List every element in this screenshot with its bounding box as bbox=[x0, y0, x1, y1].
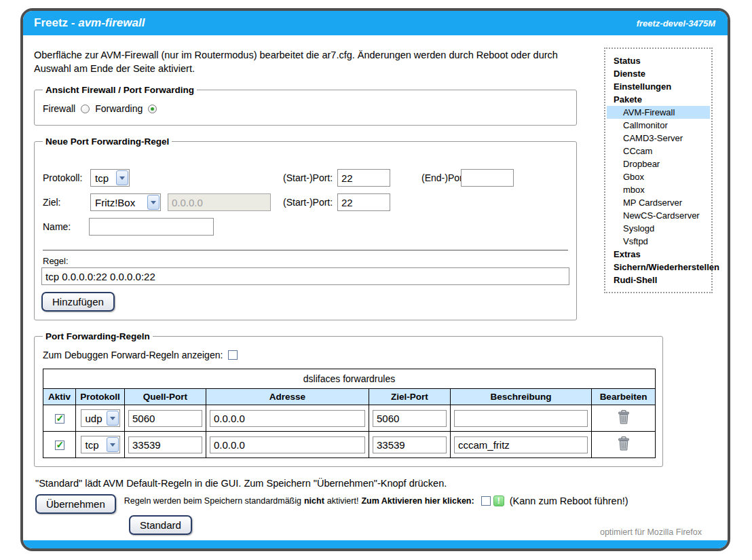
row-protokoll-select[interactable]: tcp bbox=[81, 436, 120, 453]
page-title: Freetz - avm-firewall bbox=[34, 16, 145, 30]
ziel-port-input[interactable] bbox=[337, 193, 390, 211]
sidebar-item-callmonitor[interactable]: Callmonitor bbox=[607, 119, 710, 132]
sidebar-item-dienste[interactable]: Dienste bbox=[607, 67, 710, 80]
debug-checkbox[interactable] bbox=[228, 350, 238, 360]
row-protokoll-value: tcp bbox=[86, 439, 99, 451]
activate-bold-klicken: Zum Aktivieren hier klicken: bbox=[361, 496, 474, 506]
ziel-row: Ziel: Fritz!Box (Start-)Port: bbox=[41, 190, 569, 214]
ziel-label: Ziel: bbox=[43, 197, 60, 208]
adresse-input[interactable] bbox=[210, 410, 365, 427]
page-name: avm-firewall bbox=[78, 16, 145, 29]
chevron-down-icon[interactable] bbox=[107, 437, 119, 452]
beschreibung-input[interactable] bbox=[454, 436, 588, 453]
aktiv-cell bbox=[43, 432, 76, 458]
delete-rule-button[interactable] bbox=[617, 436, 631, 451]
delete-rule-button[interactable] bbox=[617, 409, 631, 424]
aktiv-cell bbox=[43, 405, 76, 432]
sidebar-item-gbox[interactable]: Gbox bbox=[607, 170, 710, 183]
standard-hint: "Standard" lädt AVM Default-Regeln in di… bbox=[35, 478, 728, 489]
chevron-down-icon[interactable] bbox=[116, 170, 128, 185]
protokoll-select-value: tcp bbox=[95, 172, 109, 184]
regel-input[interactable] bbox=[41, 267, 569, 285]
aktiv-checkbox[interactable] bbox=[55, 414, 64, 424]
standard-button[interactable]: Standard bbox=[129, 515, 192, 535]
sidebar-item-camd3-server[interactable]: CAMD3-Server bbox=[607, 132, 710, 145]
sidebar-item-status[interactable]: Status bbox=[607, 54, 710, 67]
ziel-ip-input bbox=[168, 193, 271, 211]
adresse-input[interactable] bbox=[210, 436, 365, 453]
sidebar-item-cccam[interactable]: CCcam bbox=[607, 145, 710, 157]
beschreibung-input[interactable] bbox=[454, 410, 588, 427]
sidebar-item-mbox[interactable]: mbox bbox=[607, 183, 710, 196]
debug-row: Zum Debuggen Forward-Regeln anzeigen: bbox=[43, 350, 654, 360]
start-port-input[interactable] bbox=[337, 169, 390, 187]
exclamation-icon[interactable]: ! bbox=[493, 496, 504, 506]
activate-checkbox[interactable] bbox=[481, 496, 491, 506]
sidebar-item-avm-firewall[interactable]: AVM-Firewall bbox=[607, 106, 710, 119]
aktiv-checkbox[interactable] bbox=[55, 441, 64, 450]
firmware-version: freetz-devel-3475M bbox=[637, 18, 715, 29]
chevron-down-icon[interactable] bbox=[107, 411, 119, 426]
hinzufuegen-button[interactable]: Hinzufügen bbox=[41, 292, 115, 312]
name-label: Name: bbox=[43, 221, 71, 232]
col-header-bearbeiten: Bearbeiten bbox=[592, 389, 656, 405]
regel-label: Regel: bbox=[43, 256, 569, 266]
firewall-radio[interactable] bbox=[81, 105, 90, 113]
activate-text-1: Regeln werden beim Speichern standardmäß… bbox=[124, 496, 301, 506]
sidebar-item-rudi-shell[interactable]: Rudi-Shell bbox=[607, 274, 710, 286]
activate-text-2: aktiviert! bbox=[327, 496, 359, 506]
col-header-protokoll: Protokoll bbox=[76, 389, 125, 405]
sidebar-item-vsftpd[interactable]: Vsftpd bbox=[607, 235, 710, 248]
browser-note: optimiert für Mozilla Firefox bbox=[600, 527, 702, 537]
ziel-port-cell bbox=[369, 432, 451, 458]
adresse-cell bbox=[206, 432, 369, 458]
protokoll-row: Protokoll: tcp (Start-)Port: (End-)Port: bbox=[41, 166, 569, 190]
bearbeiten-cell bbox=[592, 432, 656, 458]
apply-row: Übernehmen Regeln werden beim Speichern … bbox=[35, 494, 728, 514]
ziel-port-cell bbox=[369, 405, 451, 432]
row-protokoll-value: udp bbox=[86, 413, 102, 424]
sidebar-item-newcs-cardserver[interactable]: NewCS-Cardserver bbox=[607, 209, 710, 222]
col-header-quell-port: Quell-Port bbox=[125, 389, 206, 405]
forwarding-rules-table: dslifaces forwardrules Aktiv Protokoll Q… bbox=[43, 369, 656, 458]
footer-bar bbox=[23, 540, 728, 548]
sidebar-item-syslogd[interactable]: Syslogd bbox=[607, 222, 710, 235]
quell-port-input[interactable] bbox=[128, 436, 202, 453]
new-rule-legend: Neue Port Forwarding-Regel bbox=[43, 136, 172, 147]
uebernehmen-button[interactable]: Übernehmen bbox=[35, 494, 116, 514]
name-input[interactable] bbox=[89, 218, 214, 236]
adresse-cell bbox=[206, 405, 369, 432]
col-header-ziel-port: Ziel-Port bbox=[369, 389, 451, 405]
header-bar: Freetz - avm-firewall freetz-devel-3475M bbox=[23, 11, 728, 35]
sidebar-item-einstellungen[interactable]: Einstellungen bbox=[607, 80, 710, 93]
ziel-port-input[interactable] bbox=[373, 436, 447, 453]
trash-icon bbox=[617, 436, 631, 451]
page-frame: Freetz - avm-firewall freetz-devel-3475M… bbox=[20, 8, 730, 551]
table-header-row: Aktiv Protokoll Quell-Port Adresse Ziel-… bbox=[43, 389, 656, 405]
quell-port-cell bbox=[125, 405, 206, 432]
ziel-select[interactable]: Fritz!Box bbox=[90, 193, 161, 211]
ziel-port-label: (Start-)Port: bbox=[283, 197, 333, 208]
beschreibung-cell bbox=[451, 432, 592, 458]
sidebar-item-dropbear[interactable]: Dropbear bbox=[607, 157, 710, 170]
sidebar-item-sichern[interactable]: Sichern/Wiederherstellen bbox=[607, 261, 710, 274]
sidebar-item-mp-cardserver[interactable]: MP Cardserver bbox=[607, 196, 710, 209]
sidebar-item-pakete[interactable]: Pakete bbox=[607, 93, 710, 106]
ziel-select-value: Fritz!Box bbox=[95, 197, 135, 208]
protokoll-label: Protokoll: bbox=[43, 172, 82, 183]
intro-text: Oberfläche zur AVM-Firewall (nur im Rout… bbox=[34, 49, 592, 75]
protokoll-select[interactable]: tcp bbox=[90, 169, 130, 187]
sidebar-menu: Status Dienste Einstellungen Pakete AVM-… bbox=[604, 48, 713, 293]
end-port-input[interactable] bbox=[461, 169, 514, 187]
activate-note: Regeln werden beim Speichern standardmäß… bbox=[124, 496, 628, 506]
col-header-adresse: Adresse bbox=[206, 389, 369, 405]
row-protokoll-select[interactable]: udp bbox=[81, 409, 120, 427]
quell-port-input[interactable] bbox=[128, 410, 202, 427]
forwarding-radio[interactable] bbox=[148, 105, 157, 113]
bearbeiten-cell bbox=[592, 405, 656, 432]
sidebar-item-extras[interactable]: Extras bbox=[607, 248, 710, 261]
ziel-port-input[interactable] bbox=[373, 410, 447, 427]
table-caption: dslifaces forwardrules bbox=[43, 369, 656, 389]
activate-bold-nicht: nicht bbox=[304, 496, 324, 506]
chevron-down-icon[interactable] bbox=[147, 195, 159, 210]
